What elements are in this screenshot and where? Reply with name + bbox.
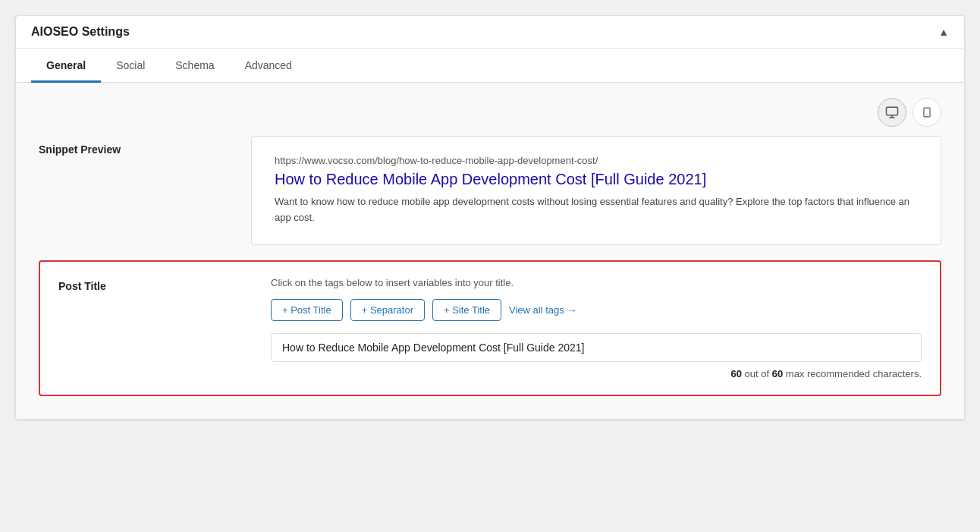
post-title-row: Post Title Click on the tags below to in… <box>58 277 922 379</box>
desktop-view-button[interactable] <box>878 98 906 127</box>
svg-rect-0 <box>887 107 898 115</box>
snippet-preview-label: Snippet Preview <box>39 136 251 156</box>
snippet-url: https://www.vocso.com/blog/how-to-reduce… <box>275 155 918 166</box>
snippet-description: Want to know how to reduce mobile app de… <box>275 194 918 226</box>
collapse-icon[interactable]: ▲ <box>938 26 949 38</box>
post-title-input[interactable] <box>271 333 922 362</box>
device-switcher <box>39 98 941 127</box>
char-count-text: 60 out of 60 max recommended characters. <box>730 368 922 379</box>
char-count-max: 60 <box>772 368 783 379</box>
aioseo-panel: AIOSEO Settings ▲ General Social Schema … <box>15 15 965 420</box>
view-all-tags-link[interactable]: View all tags → <box>509 304 576 316</box>
snippet-preview-section: Snippet Preview https://www.vocso.com/bl… <box>39 136 941 245</box>
tab-advanced[interactable]: Advanced <box>230 49 307 83</box>
char-count-row: 60 out of 60 max recommended characters. <box>271 368 922 379</box>
snippet-title[interactable]: How to Reduce Mobile App Development Cos… <box>275 171 918 188</box>
char-count-out-of: out of <box>745 368 772 379</box>
tags-instruction: Click on the tags below to insert variab… <box>271 277 922 288</box>
tab-social[interactable]: Social <box>101 49 160 83</box>
post-title-content: Click on the tags below to insert variab… <box>271 277 922 379</box>
panel-body: Snippet Preview https://www.vocso.com/bl… <box>16 83 964 419</box>
mobile-icon <box>922 105 932 119</box>
tab-schema[interactable]: Schema <box>160 49 229 83</box>
tag-post-title-button[interactable]: + Post Title <box>271 299 343 321</box>
desktop-icon <box>885 105 899 119</box>
tag-site-title-button[interactable]: + Site Title <box>432 299 501 321</box>
tab-general[interactable]: General <box>31 49 101 83</box>
char-count-label: max recommended characters. <box>786 368 922 379</box>
post-title-section: Post Title Click on the tags below to in… <box>39 260 941 396</box>
snippet-preview-content: https://www.vocso.com/blog/how-to-reduce… <box>251 136 941 245</box>
tag-separator-button[interactable]: + Separator <box>350 299 425 321</box>
char-count-used: 60 <box>730 368 741 379</box>
post-title-label: Post Title <box>58 277 271 292</box>
tags-row: + Post Title + Separator + Site Title Vi… <box>271 299 922 321</box>
panel-title: AIOSEO Settings <box>31 25 130 39</box>
tabs-bar: General Social Schema Advanced <box>16 49 964 83</box>
mobile-view-button[interactable] <box>912 98 941 127</box>
panel-header: AIOSEO Settings ▲ <box>16 16 964 49</box>
snippet-box: https://www.vocso.com/blog/how-to-reduce… <box>251 136 941 245</box>
